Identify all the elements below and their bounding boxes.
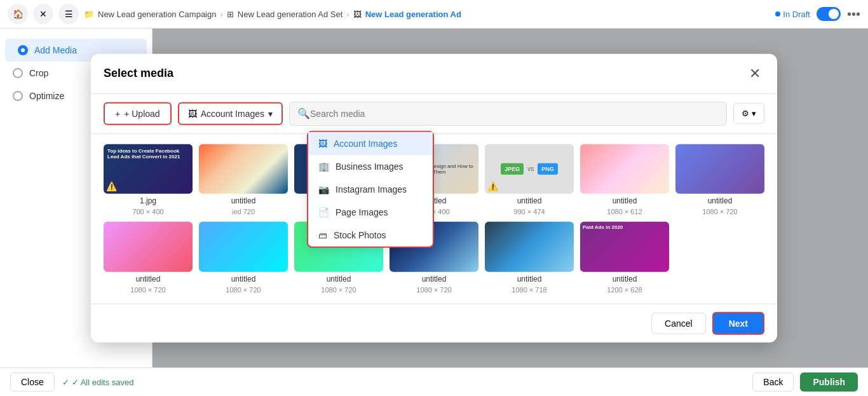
dropdown-item-page-images[interactable]: 📄 Page Images xyxy=(308,200,433,223)
more-options-button[interactable]: ••• xyxy=(847,7,860,22)
plus-icon: + xyxy=(115,108,120,118)
adset-icon: ⊞ xyxy=(227,10,234,19)
media-name-9: untitled xyxy=(294,275,383,283)
media-dim-12: 1200 × 628 xyxy=(580,286,669,294)
dropdown-item-business-images[interactable]: 🏢 Business Images xyxy=(308,154,433,177)
media-item-7[interactable]: untitled 1080 × 720 xyxy=(104,222,193,294)
dropdown-stock-photos-label: Stock Photos xyxy=(334,229,386,240)
search-input[interactable] xyxy=(310,108,719,118)
folder-icon: 📁 xyxy=(84,10,94,19)
media-item-11[interactable]: untitled 1080 × 718 xyxy=(485,222,574,294)
cancel-button[interactable]: Cancel xyxy=(651,313,706,334)
campaign-breadcrumb[interactable]: New Lead generation Campaign xyxy=(98,10,216,19)
media-name-7: untitled xyxy=(104,275,193,283)
top-nav: 🏠 ✕ ☰ 📁 New Lead generation Campaign › ⊞… xyxy=(0,0,868,29)
search-input-wrap: 🔍 xyxy=(289,101,727,125)
account-images-button[interactable]: 🖼 Account Images ▾ xyxy=(178,102,283,125)
media-name-5: untitled xyxy=(580,196,669,205)
media-name-6: untitled xyxy=(675,196,764,205)
filter-chevron-icon: ▾ xyxy=(752,109,756,118)
dropdown-item-account-images[interactable]: 🖼 Account Images xyxy=(308,132,433,154)
saved-status: ✓ ✓ All edits saved xyxy=(62,378,134,387)
filter-button[interactable]: ⚙ ▾ xyxy=(733,103,764,124)
select-media-modal: Select media ✕ + + Upload 🖼 Account Imag… xyxy=(91,53,777,343)
nav-right: In Draft ••• xyxy=(775,7,860,22)
media-thumb-1 xyxy=(199,144,288,194)
media-dim-10: 1080 × 720 xyxy=(390,286,478,294)
media-thumb-11 xyxy=(485,222,574,272)
account-images-icon: 🖼 xyxy=(188,108,197,118)
instagram-icon: 📷 xyxy=(318,184,329,194)
media-thumb-7 xyxy=(104,222,193,272)
media-thumb-0: Top Ideas to Create Facebook Lead Ads th… xyxy=(104,144,193,194)
media-toolbar: + + Upload 🖼 Account Images ▾ 🔍 ⚙ ▾ 🖼 Ac… xyxy=(91,93,777,133)
page-images-icon: 📄 xyxy=(318,207,329,217)
publish-button[interactable]: Publish xyxy=(800,372,858,392)
media-dim-6: 1080 × 720 xyxy=(675,208,764,215)
draft-label: In Draft xyxy=(783,10,810,19)
media-item-1[interactable]: untitled ied 720 xyxy=(199,144,288,215)
close-bar-button[interactable]: Close xyxy=(10,372,55,392)
upload-label: + Upload xyxy=(124,108,159,118)
breadcrumb: 📁 New Lead generation Campaign › ⊞ New L… xyxy=(84,10,461,19)
media-dim-7: 1080 × 720 xyxy=(104,286,193,294)
media-thumb-6 xyxy=(675,144,764,194)
ad-breadcrumb[interactable]: New Lead generation Ad xyxy=(365,10,461,19)
media-thumb-4: JPEG vs PNG ⚠️ xyxy=(485,144,574,194)
toggle-button[interactable] xyxy=(817,7,841,21)
search-icon: 🔍 xyxy=(297,107,310,119)
crop-radio xyxy=(13,68,23,78)
media-grid: Top Ideas to Create Facebook Lead Ads th… xyxy=(91,133,777,304)
crop-label: Crop xyxy=(29,68,48,78)
upload-button[interactable]: + + Upload xyxy=(104,102,172,125)
optimize-radio xyxy=(13,91,23,101)
draft-dot xyxy=(775,11,780,17)
next-button[interactable]: Next xyxy=(712,312,764,335)
account-images-dropdown-icon: 🖼 xyxy=(318,138,327,148)
media-dim-5: 1080 × 612 xyxy=(580,208,669,215)
media-name-11: untitled xyxy=(485,275,574,283)
media-item-6[interactable]: untitled 1080 × 720 xyxy=(675,144,764,215)
add-media-radio xyxy=(18,45,28,55)
optimize-label: Optimize xyxy=(29,91,64,101)
chevron-down-icon: ▾ xyxy=(268,108,273,118)
media-thumb-5 xyxy=(580,144,669,194)
media-dim-4: 990 × 474 xyxy=(485,208,574,215)
media-dim-9: 1080 × 720 xyxy=(294,286,383,294)
home-button[interactable]: 🏠 xyxy=(8,4,28,24)
media-item-8[interactable]: untitled 1080 × 720 xyxy=(199,222,288,294)
dropdown-business-images-label: Business Images xyxy=(336,161,403,171)
media-name-12: untitled xyxy=(580,275,669,283)
dropdown-instagram-label: Instagram Images xyxy=(336,184,407,194)
media-dim-1: ied 720 xyxy=(199,208,288,215)
dropdown-account-images-label: Account Images xyxy=(334,138,397,148)
media-name-4: untitled xyxy=(485,196,574,205)
modal-title: Select media xyxy=(104,67,173,80)
dropdown-item-stock-photos[interactable]: 🗃 Stock Photos xyxy=(308,223,433,246)
close-nav-button[interactable]: ✕ xyxy=(33,4,53,24)
account-images-dropdown: 🖼 Account Images 🏢 Business Images 📷 Ins… xyxy=(307,130,434,247)
modal-close-button[interactable]: ✕ xyxy=(745,64,764,83)
media-dim-8: 1080 × 720 xyxy=(199,286,288,294)
in-draft-badge: In Draft xyxy=(775,10,810,19)
media-item-4[interactable]: JPEG vs PNG ⚠️ untitled 990 × 474 xyxy=(485,144,574,215)
modal-footer: Cancel Next xyxy=(91,304,777,343)
back-button[interactable]: Back xyxy=(752,372,794,392)
toggle-sidebar-button[interactable]: ☰ xyxy=(58,4,79,24)
breadcrumb-sep-1: › xyxy=(220,10,222,19)
media-item-5[interactable]: untitled 1080 × 612 xyxy=(580,144,669,215)
saved-text-label: ✓ All edits saved xyxy=(72,378,134,387)
media-thumb-12: Paid Ads in 2020 xyxy=(580,222,669,272)
media-item-12[interactable]: Paid Ads in 2020 untitled 1200 × 628 xyxy=(580,222,669,294)
media-item-0[interactable]: Top Ideas to Create Facebook Lead Ads th… xyxy=(104,144,193,215)
check-icon: ✓ xyxy=(62,378,69,387)
breadcrumb-sep-2: › xyxy=(346,10,349,19)
adset-breadcrumb[interactable]: New Lead generation Ad Set xyxy=(238,10,343,19)
account-images-label: Account Images xyxy=(201,108,264,118)
modal-header: Select media ✕ xyxy=(91,53,777,93)
warning-icon-0: ⚠️ xyxy=(106,181,117,191)
media-thumb-8 xyxy=(199,222,288,272)
media-dim-11: 1080 × 718 xyxy=(485,286,574,294)
dropdown-item-instagram-images[interactable]: 📷 Instagram Images xyxy=(308,177,433,200)
media-name-10: untitled xyxy=(390,275,478,283)
